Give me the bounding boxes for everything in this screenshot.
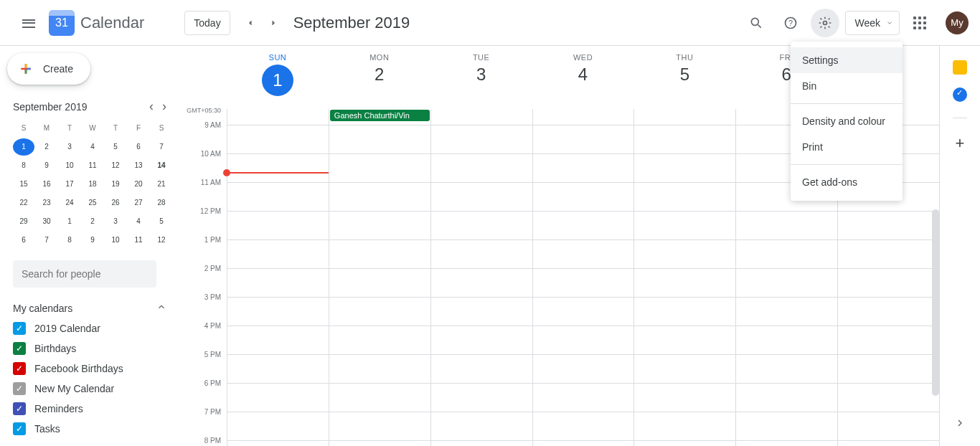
grid-cell[interactable]: [532, 240, 634, 268]
grid-cell[interactable]: [837, 441, 939, 446]
grid-cell[interactable]: [430, 326, 532, 354]
mini-day[interactable]: 13: [128, 157, 149, 174]
next-period-button[interactable]: [262, 11, 285, 34]
grid-cell[interactable]: [329, 355, 430, 383]
allday-event[interactable]: Ganesh Chaturthi/Vin: [330, 110, 430, 121]
grid-cell[interactable]: [227, 355, 329, 383]
mini-day[interactable]: 10: [59, 157, 80, 174]
hour-row[interactable]: [227, 384, 939, 412]
hide-side-panel[interactable]: [954, 417, 966, 432]
mini-day[interactable]: 21: [151, 176, 172, 193]
mini-day[interactable]: 3: [105, 213, 126, 230]
my-calendars-toggle[interactable]: My calendars: [13, 302, 172, 315]
mini-day[interactable]: 6: [13, 232, 34, 249]
grid-cell[interactable]: [837, 384, 939, 412]
mini-day[interactable]: 22: [13, 194, 34, 212]
grid-cell[interactable]: [735, 441, 837, 446]
mini-day[interactable]: 28: [151, 194, 172, 212]
grid-cell[interactable]: [227, 125, 329, 153]
grid-cell[interactable]: [430, 240, 532, 268]
grid-cell[interactable]: [430, 154, 532, 182]
grid-cell[interactable]: [837, 412, 939, 440]
mini-day[interactable]: 12: [105, 157, 126, 174]
mini-day[interactable]: 20: [128, 176, 149, 193]
grid-cell[interactable]: [430, 412, 532, 440]
grid-cell[interactable]: [532, 412, 634, 440]
mini-day[interactable]: 18: [82, 176, 103, 193]
day-header[interactable]: MON2: [329, 46, 430, 109]
grid-cell[interactable]: [532, 355, 634, 383]
grid-cell[interactable]: [633, 326, 735, 354]
get-addons-button[interactable]: +: [956, 134, 965, 153]
grid-cell[interactable]: [227, 269, 329, 297]
grid-cell[interactable]: [329, 269, 430, 297]
grid-cell[interactable]: [329, 212, 430, 239]
mini-day[interactable]: 9: [36, 157, 57, 174]
grid-cell[interactable]: [532, 269, 634, 297]
grid-cell[interactable]: [227, 154, 329, 182]
help-button[interactable]: ?: [776, 9, 805, 37]
allday-cell[interactable]: [227, 109, 329, 125]
mini-day[interactable]: 4: [82, 138, 103, 156]
grid-cell[interactable]: [430, 125, 532, 153]
hour-row[interactable]: [227, 269, 939, 298]
mini-day[interactable]: 2: [36, 138, 57, 156]
grid-cell[interactable]: [633, 125, 735, 153]
grid-cell[interactable]: [735, 326, 837, 354]
grid-cell[interactable]: [837, 269, 939, 297]
grid-cell[interactable]: [329, 326, 430, 354]
grid-cell[interactable]: [430, 212, 532, 239]
settings-button[interactable]: [811, 9, 839, 37]
grid-cell[interactable]: [532, 183, 634, 211]
mini-day[interactable]: 11: [128, 232, 149, 249]
main-menu-button[interactable]: [11, 6, 46, 40]
hour-row[interactable]: [227, 441, 939, 446]
grid-cell[interactable]: [837, 240, 939, 268]
grid-cell[interactable]: [837, 212, 939, 239]
mini-day[interactable]: 12: [151, 232, 172, 249]
tasks-icon[interactable]: [953, 87, 967, 102]
grid-cell[interactable]: [735, 355, 837, 383]
mini-day[interactable]: 7: [36, 232, 57, 249]
mini-day[interactable]: 29: [13, 213, 34, 230]
mini-day[interactable]: 19: [105, 176, 126, 193]
grid-cell[interactable]: [735, 298, 837, 326]
mini-day[interactable]: 2: [82, 213, 103, 230]
day-header[interactable]: TUE3: [430, 46, 532, 109]
grid-cell[interactable]: [227, 384, 329, 412]
grid-cell[interactable]: [329, 240, 430, 268]
grid-cell[interactable]: [837, 326, 939, 354]
grid-cell[interactable]: [430, 269, 532, 297]
mini-day[interactable]: 7: [151, 138, 172, 156]
grid-cell[interactable]: [532, 384, 634, 412]
mini-day[interactable]: 17: [59, 176, 80, 193]
grid-cell[interactable]: [633, 412, 735, 440]
grid-cell[interactable]: [430, 298, 532, 326]
calendar-checkbox[interactable]: ✓: [13, 402, 26, 415]
allday-cell[interactable]: [633, 109, 735, 125]
mini-day[interactable]: 23: [36, 194, 57, 212]
calendar-checkbox[interactable]: ✓: [13, 342, 26, 355]
grid-cell[interactable]: [633, 240, 735, 268]
account-avatar[interactable]: My: [946, 11, 969, 34]
calendar-item[interactable]: ✓Tasks: [13, 422, 172, 435]
google-apps-button[interactable]: [905, 9, 934, 37]
grid-cell[interactable]: [735, 269, 837, 297]
mini-day[interactable]: 16: [36, 176, 57, 193]
calendar-checkbox[interactable]: ✓: [13, 422, 26, 435]
grid-cell[interactable]: [227, 441, 329, 446]
grid-cell[interactable]: [227, 412, 329, 440]
today-button[interactable]: Today: [184, 11, 230, 35]
calendar-item[interactable]: ✓Birthdays: [13, 342, 172, 355]
grid-cell[interactable]: [532, 326, 634, 354]
scrollbar[interactable]: [932, 209, 939, 396]
grid-cell[interactable]: [735, 412, 837, 440]
dropdown-item-settings[interactable]: Settings: [791, 47, 903, 73]
allday-cell[interactable]: [430, 109, 532, 125]
mini-day[interactable]: 9: [82, 232, 103, 249]
grid-cell[interactable]: [532, 125, 634, 153]
app-logo[interactable]: 31 Calendar: [49, 10, 144, 36]
dropdown-item-get-add-ons[interactable]: Get add-ons: [791, 169, 903, 195]
mini-day[interactable]: 26: [105, 194, 126, 212]
dropdown-item-density-and-colour[interactable]: Density and colour: [791, 108, 903, 134]
